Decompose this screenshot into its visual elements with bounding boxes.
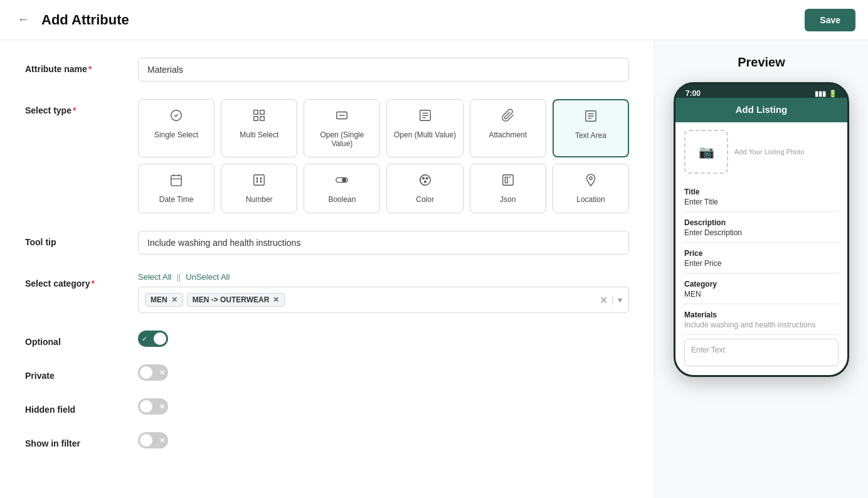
optional-toggle[interactable]: ✓ [138,331,168,347]
svg-rect-1 [254,110,258,114]
type-label-attachment: Attachment [489,130,527,139]
type-icon-date_time [169,173,183,190]
type-label-location: Location [576,195,605,204]
type-grid: Single Select Multi Select Open (Single … [138,99,629,213]
tag-men-remove[interactable]: ✕ [171,295,177,304]
svg-rect-16 [502,175,513,186]
type-card-number[interactable]: Number [221,164,297,213]
phone-field-value-0: Enter Title [684,198,839,206]
save-button[interactable]: Save [805,9,855,31]
phone-text-area: Enter Text [684,339,839,366]
phone-field-2: Price Enter Price [684,244,839,273]
type-icon-attachment [501,109,515,125]
phone-field-value-2: Enter Price [684,259,839,268]
hidden-field-label: Hidden field [25,398,138,415]
photo-placeholder: 📷 [684,130,728,174]
type-label-single_select: Single Select [154,130,198,139]
type-card-attachment[interactable]: Attachment [470,99,546,157]
photo-label: Add Your Listing Photo [734,148,804,156]
svg-point-17 [590,177,593,180]
phone-field-4: Materials Include washing and health ins… [684,305,839,335]
phone-photo-section: 📷 Add Your Listing Photo [684,130,839,174]
svg-rect-2 [260,110,264,114]
svg-point-14 [426,177,428,179]
svg-rect-9 [254,175,265,186]
preview-title: Preview [738,55,785,70]
phone-field-value-3: MEN [684,290,839,299]
type-icon-single_select [169,109,183,125]
svg-rect-4 [260,117,264,120]
type-icon-boolean [335,173,349,190]
select-category-row: Select category* Select All || UnSelect … [25,272,629,313]
private-toggle[interactable]: ✕ [138,364,168,381]
phone-field-label-1: Description [684,218,839,227]
phone-body: 📷 Add Your Listing Photo Title Enter Tit… [675,122,847,375]
show-in-filter-row: Show in filter ✕ [25,432,629,448]
type-card-date_time[interactable]: Date Time [138,164,214,213]
tag-men-outerwear-remove[interactable]: ✕ [273,295,279,304]
phone-field-label-4: Materials [684,310,839,319]
type-icon-multi_select [252,109,266,125]
phone-field-label-3: Category [684,280,839,289]
show-in-filter-toggle[interactable]: ✕ [138,432,168,448]
phone-field-label-2: Price [684,249,839,258]
type-label-text_area: Text Area [575,131,606,140]
type-label-open_single: Open (Single Value) [309,130,374,148]
category-chevron-icon[interactable]: ▾ [618,295,622,305]
svg-point-15 [424,181,426,183]
phone-header: Add Listing [675,98,847,122]
attribute-name-wrap [138,58,629,82]
type-label-color: Color [416,195,434,204]
type-card-text_area[interactable]: Text Area [553,99,629,157]
type-card-single_select[interactable]: Single Select [138,99,214,157]
type-card-open_multi[interactable]: Open (Multi Value) [386,99,463,157]
phone-fields: Title Enter Title Description Enter Desc… [684,183,839,335]
select-category-wrap: Select All || UnSelect All MEN ✕ MEN -> … [138,272,629,313]
phone-text-area-value: Enter Text [691,346,725,354]
optional-label: Optional [25,331,138,347]
top-bar: ← Add Attribute Save [0,0,868,40]
type-icon-location [584,173,598,190]
hidden-field-toggle[interactable]: ✕ [138,398,168,415]
phone-field-label-0: Title [684,188,839,196]
phone-status-bar: 7:00 ▮▮▮ 🔋 [675,84,847,98]
tooltip-label: Tool tip [25,231,138,247]
back-button[interactable]: ← [13,11,34,29]
type-card-color[interactable]: Color [386,164,463,213]
attribute-name-input[interactable] [138,58,629,82]
type-icon-text_area [584,109,598,126]
type-card-json[interactable]: Json [470,164,546,213]
phone-mockup: 7:00 ▮▮▮ 🔋 Add Listing 📷 Add Your Listin… [674,82,849,377]
tag-men-outerwear: MEN -> OUTERWEAR ✕ [187,293,285,307]
category-select[interactable]: MEN ✕ MEN -> OUTERWEAR ✕ ✕ | ▾ [138,287,629,313]
type-icon-number [252,173,266,190]
select-type-row: Select type* Single Select Multi Select … [25,99,629,213]
type-card-multi_select[interactable]: Multi Select [221,99,297,157]
type-card-location[interactable]: Location [553,164,629,213]
type-card-open_single[interactable]: Open (Single Value) [304,99,380,157]
private-row: Private ✕ [25,364,629,381]
phone-field-0: Title Enter Title [684,183,839,212]
main-content: Attribute name* Select type* Single Sele… [0,40,868,498]
select-all-row: Select All || UnSelect All [138,272,629,282]
preview-panel: Preview 7:00 ▮▮▮ 🔋 Add Listing 📷 Add You… [655,40,868,498]
type-label-date_time: Date Time [159,195,194,204]
phone-field-3: Category MEN [684,275,839,304]
type-grid-wrap: Single Select Multi Select Open (Single … [138,99,629,213]
category-clear-icon[interactable]: ✕ [600,294,608,306]
tooltip-row: Tool tip [25,231,629,255]
type-label-multi_select: Multi Select [240,130,278,139]
tag-men: MEN ✕ [145,293,183,307]
svg-point-11 [342,178,346,182]
type-label-number: Number [246,195,273,204]
tooltip-input[interactable] [138,231,629,255]
show-in-filter-label: Show in filter [25,432,138,448]
select-all-link[interactable]: Select All [138,272,171,282]
type-icon-open_multi [418,109,432,125]
phone-field-value-4: Include washing and health instructions [684,321,839,329]
attribute-name-row: Attribute name* [25,58,629,82]
unselect-all-link[interactable]: UnSelect All [186,272,230,282]
top-bar-left: ← Add Attribute [13,11,129,29]
type-card-boolean[interactable]: Boolean [304,164,380,213]
phone-field-1: Description Enter Description [684,213,839,243]
